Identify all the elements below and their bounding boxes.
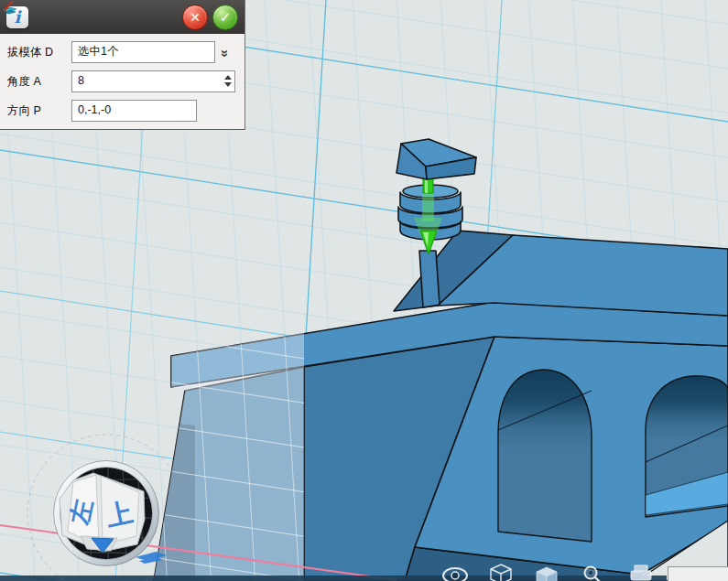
cancel-button[interactable]: ✕: [182, 5, 208, 30]
direction-field[interactable]: 0,-1,-0: [71, 100, 197, 122]
model-arch-opening-2[interactable]: [646, 376, 728, 517]
spinner-down-icon[interactable]: [224, 82, 232, 87]
status-panel-corner: [668, 566, 728, 581]
collapse-chevron-icon[interactable]: »: [218, 49, 234, 55]
cad-application-window: 左 上 i ✕ ✓ 拔模体 D 选中1个 » 角度 A 8 方向 P: [0, 0, 728, 581]
boss-stem[interactable]: [419, 251, 440, 307]
draft-dialog: i ✕ ✓ 拔模体 D 选中1个 » 角度 A 8 方向 P 0,-1,-0: [0, 0, 245, 130]
dialog-titlebar[interactable]: i ✕ ✓: [0, 0, 244, 34]
draft-body-field[interactable]: 选中1个: [71, 41, 215, 63]
angle-label: 角度 A: [7, 74, 71, 90]
angle-spinner[interactable]: [222, 71, 234, 90]
direction-label: 方向 P: [7, 103, 71, 119]
draft-body-row: 拔模体 D 选中1个 »: [7, 41, 237, 63]
bottom-toolbar-strip: [0, 576, 667, 581]
angle-field[interactable]: 8: [71, 70, 235, 92]
draft-body-label: 拔模体 D: [7, 45, 71, 60]
confirm-button[interactable]: ✓: [212, 5, 238, 30]
spinner-up-icon[interactable]: [224, 75, 232, 80]
direction-row: 方向 P 0,-1,-0: [7, 100, 237, 122]
angle-row: 角度 A 8: [7, 70, 237, 92]
angle-value: 8: [78, 74, 84, 87]
model-arch-opening-1[interactable]: [498, 370, 592, 542]
